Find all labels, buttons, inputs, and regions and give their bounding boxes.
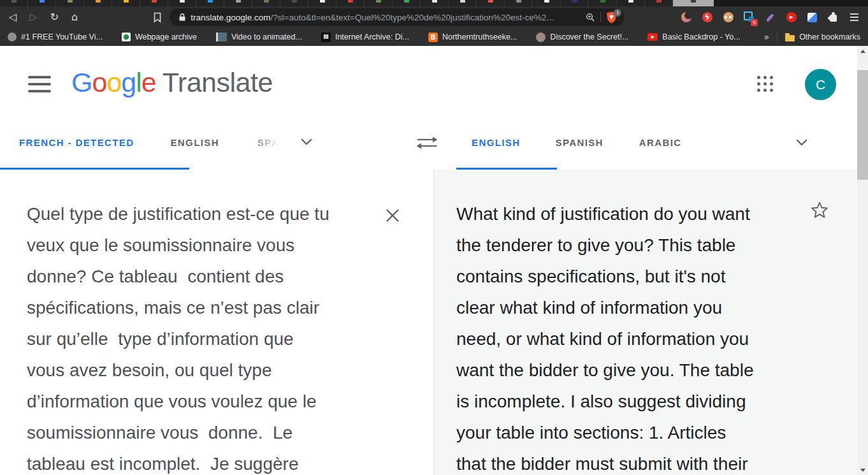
source-language-tab-spa[interactable]: SPA — [257, 137, 279, 148]
bookmark-icon[interactable] — [153, 12, 162, 23]
browser-tab[interactable] — [505, 0, 533, 6]
bookmark-label: Basic Backdrop - Yo... — [662, 33, 740, 41]
brave-shield-icon[interactable]: 1 — [606, 11, 617, 24]
browser-tab[interactable] — [0, 0, 28, 6]
browser-tab[interactable] — [421, 0, 449, 6]
browser-tab[interactable] — [196, 0, 224, 6]
source-language-tab-english[interactable]: ENGLISH — [170, 137, 219, 148]
translated-text: What kind of justification do you want t… — [456, 198, 806, 475]
translation-panels: Quel type de justification est-ce que tu… — [0, 170, 868, 475]
browser-tab[interactable] — [112, 0, 140, 6]
language-bar: FRENCH - DETECTEDENGLISHSPA ENGLISHSPANI… — [0, 115, 857, 170]
other-bookmarks-button[interactable]: Other bookmarks — [785, 33, 860, 41]
bookmarks-divider — [777, 32, 778, 42]
bookmark-item[interactable]: ⅢInternet Archive: Di... — [321, 33, 409, 42]
bookmark-item[interactable]: ▶Basic Backdrop - Yo... — [647, 33, 740, 41]
scroll-down-arrow[interactable] — [857, 465, 868, 475]
clear-source-text-button[interactable] — [384, 207, 401, 224]
translate-ext-icon[interactable] — [806, 11, 818, 24]
browser-tab[interactable] — [280, 0, 308, 6]
browser-tab[interactable] — [308, 0, 336, 6]
browser-tab[interactable] — [533, 0, 561, 6]
google-apps-grid-button[interactable] — [757, 76, 773, 92]
dark-reader-icon[interactable] — [680, 11, 692, 24]
bookmarks-overflow-button[interactable]: » — [764, 32, 770, 42]
browser-tab-active[interactable] — [673, 0, 714, 6]
logo-letter: o — [92, 67, 106, 98]
target-language-tab-spanish[interactable]: SPANISH — [555, 137, 603, 148]
tab-favicon — [544, 0, 549, 3]
source-language-tab-french-detected[interactable]: FRENCH - DETECTED — [19, 137, 134, 148]
browser-tab[interactable] — [168, 0, 196, 6]
source-text[interactable]: Quel type de justification est-ce que tu… — [27, 198, 384, 475]
screenshot-icon[interactable]: 5 — [743, 11, 755, 24]
translate-header: Google Translate C — [0, 46, 857, 115]
main-menu-button[interactable] — [28, 76, 51, 92]
product-name: Translate — [163, 67, 273, 98]
lightning-icon[interactable]: ϟ — [701, 11, 713, 24]
browser-tab[interactable] — [140, 0, 168, 6]
browser-tab[interactable] — [336, 0, 365, 6]
account-avatar[interactable]: C — [805, 69, 836, 100]
browser-tab[interactable] — [645, 0, 673, 6]
google-translate-page: Google Translate C FRENCH - DETECTEDENGL… — [0, 46, 868, 475]
tab-favicon — [460, 0, 465, 3]
browser-tab[interactable] — [561, 0, 589, 6]
tab-favicon — [68, 0, 73, 3]
tab-strip[interactable] — [0, 0, 868, 6]
source-text-panel[interactable]: Quel type de justification est-ce que tu… — [0, 170, 433, 475]
avatar-face-icon[interactable] — [722, 11, 734, 24]
tab-favicon — [691, 0, 696, 3]
bookmark-item[interactable]: Video to animated... — [216, 33, 302, 41]
browser-tab[interactable] — [28, 0, 56, 6]
browser-tab[interactable] — [252, 0, 280, 6]
bookmark-label: Discover the Secret!... — [550, 33, 628, 41]
bookmark-item[interactable]: Webpage archive — [122, 33, 197, 41]
tab-favicon — [628, 0, 633, 3]
puzzle-icon[interactable] — [827, 11, 839, 24]
bookmark-label: Internet Archive: Di... — [335, 33, 409, 41]
browser-tab[interactable] — [589, 0, 617, 6]
browser-tab[interactable] — [56, 0, 84, 6]
bank-icon: Ⅲ — [321, 33, 331, 42]
browser-tab[interactable] — [365, 0, 393, 6]
home-button[interactable]: ⌂ — [71, 12, 78, 22]
browser-tab[interactable] — [617, 0, 645, 6]
tab-favicon — [404, 0, 409, 3]
tab-favicon — [208, 0, 213, 3]
scroll-up-arrow[interactable] — [857, 46, 868, 56]
urlbar-divider — [600, 12, 601, 22]
browser-tab[interactable] — [84, 0, 112, 6]
target-language-dropdown-chevron[interactable] — [795, 139, 808, 147]
bookmark-item[interactable]: #1 FREE YouTube Vi... — [8, 33, 103, 41]
source-language-dropdown-chevron[interactable] — [300, 138, 313, 146]
browser-tab[interactable] — [393, 0, 421, 6]
browser-menu-icon[interactable] — [848, 11, 860, 24]
forward-button[interactable]: ▷ — [29, 12, 37, 22]
browser-toolbar: ◁ ▷ ↻ ⌂ translate.google.com/?sl=auto&tl… — [0, 6, 868, 28]
bookmark-item[interactable]: BNortherntruthseeke... — [428, 33, 517, 42]
target-language-tab-english[interactable]: ENGLISH — [472, 137, 520, 148]
target-language-tab-arabic[interactable]: ARABIC — [639, 137, 682, 148]
address-bar[interactable]: translate.google.com/?sl=auto&tl=en&text… — [170, 8, 625, 26]
feather-icon[interactable] — [764, 11, 776, 24]
play-icon[interactable]: ▶ — [785, 11, 797, 24]
bookmark-item[interactable]: Discover the Secret!... — [536, 33, 628, 42]
save-translation-star-icon[interactable] — [811, 201, 828, 219]
browser-tab[interactable] — [477, 0, 505, 6]
dot-brown-icon — [536, 33, 546, 42]
bookmarks-bar: #1 FREE YouTube Vi...Webpage archiveVide… — [0, 28, 868, 46]
browser-tab[interactable] — [449, 0, 477, 6]
reload-button[interactable]: ↻ — [50, 12, 59, 22]
swap-languages-button[interactable] — [413, 135, 441, 153]
google-translate-logo: Google Translate — [71, 67, 273, 98]
tab-strip-empty-area — [714, 0, 868, 6]
browser-tab[interactable] — [224, 0, 252, 6]
page-scrollbar[interactable] — [857, 46, 868, 475]
zoom-icon[interactable] — [586, 13, 595, 22]
back-button[interactable]: ◁ — [9, 12, 17, 22]
tab-favicon — [488, 0, 493, 3]
url-path: /?sl=auto&tl=en&text=Quel%20type%20de%20… — [271, 13, 555, 22]
scrollbar-thumb[interactable] — [857, 70, 868, 180]
film-icon — [216, 33, 227, 41]
